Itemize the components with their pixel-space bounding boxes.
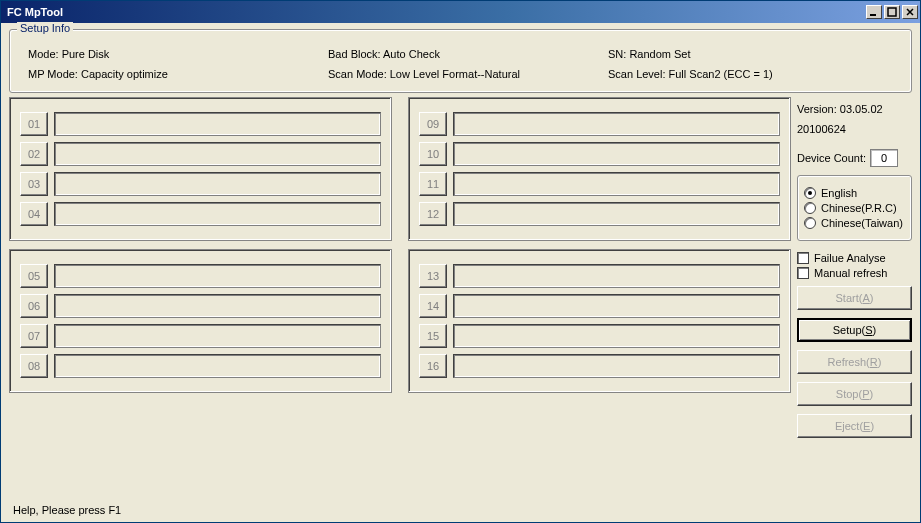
slot-field-11 [453,172,780,196]
slot-field-12 [453,202,780,226]
slot-button-04[interactable]: 04 [20,202,48,226]
refresh-button[interactable]: Refresh(R) [797,350,912,374]
slot-field-02 [54,142,381,166]
mode-label: Mode: Pure Disk [28,48,328,60]
slot-panel-4: 13 14 15 16 [408,249,791,393]
window-title: FC MpTool [5,6,864,18]
slot-field-14 [453,294,780,318]
slot-button-05[interactable]: 05 [20,264,48,288]
lang-taiwan-label: Chinese(Taiwan) [821,217,903,229]
setup-info-legend: Setup Info [17,22,73,34]
language-group: English Chinese(P.R.C) Chinese(Taiwan) [797,175,912,241]
badblock-label: Bad Block: Auto Check [328,48,608,60]
manual-refresh-checkbox[interactable]: Manual refresh [797,267,912,279]
stop-button[interactable]: Stop(P) [797,382,912,406]
slot-panel-1: 01 02 03 04 [9,97,392,241]
radio-icon [804,217,816,229]
scanlevel-label: Scan Level: Full Scan2 (ECC = 1) [608,68,893,80]
device-count-value: 0 [870,149,898,167]
lang-taiwan-radio[interactable]: Chinese(Taiwan) [804,217,905,229]
setup-button[interactable]: Setup(S) [797,318,912,342]
slot-button-08[interactable]: 08 [20,354,48,378]
scanmode-label: Scan Mode: Low Level Format--Natural [328,68,608,80]
lang-prc-radio[interactable]: Chinese(P.R.C) [804,202,905,214]
eject-button[interactable]: Eject(E) [797,414,912,438]
slot-button-10[interactable]: 10 [419,142,447,166]
slot-field-01 [54,112,381,136]
maximize-button[interactable] [884,5,900,19]
slot-button-02[interactable]: 02 [20,142,48,166]
svg-rect-0 [870,14,876,16]
slot-field-03 [54,172,381,196]
slot-button-09[interactable]: 09 [419,112,447,136]
slot-button-15[interactable]: 15 [419,324,447,348]
slot-field-06 [54,294,381,318]
slot-button-16[interactable]: 16 [419,354,447,378]
minimize-button[interactable] [866,5,882,19]
failure-analyse-label: Failue Analyse [814,252,886,264]
setup-info-group: Setup Info Mode: Pure Disk Bad Block: Au… [9,29,912,93]
slot-button-07[interactable]: 07 [20,324,48,348]
slot-button-11[interactable]: 11 [419,172,447,196]
status-bar: Help, Please press F1 [9,498,912,518]
slot-button-03[interactable]: 03 [20,172,48,196]
slot-button-01[interactable]: 01 [20,112,48,136]
slot-button-14[interactable]: 14 [419,294,447,318]
date-label: 20100624 [797,123,912,135]
checkbox-icon [797,267,809,279]
start-button[interactable]: Start(A) [797,286,912,310]
slot-field-07 [54,324,381,348]
slot-field-10 [453,142,780,166]
slot-field-13 [453,264,780,288]
device-count-label: Device Count: [797,152,866,164]
slot-field-09 [453,112,780,136]
lang-english-radio[interactable]: English [804,187,905,199]
slot-panel-2: 09 10 11 12 [408,97,791,241]
slot-field-15 [453,324,780,348]
radio-icon [804,187,816,199]
mpmode-label: MP Mode: Capacity optimize [28,68,328,80]
slot-panel-3: 05 06 07 08 [9,249,392,393]
sn-label: SN: Random Set [608,48,893,60]
slot-field-16 [453,354,780,378]
manual-refresh-label: Manual refresh [814,267,887,279]
close-button[interactable] [902,5,918,19]
slot-field-05 [54,264,381,288]
slot-field-04 [54,202,381,226]
checkbox-icon [797,252,809,264]
slot-button-13[interactable]: 13 [419,264,447,288]
failure-analyse-checkbox[interactable]: Failue Analyse [797,252,912,264]
version-label: Version: 03.05.02 [797,103,912,115]
slot-button-12[interactable]: 12 [419,202,447,226]
slot-field-08 [54,354,381,378]
lang-prc-label: Chinese(P.R.C) [821,202,897,214]
svg-rect-1 [888,8,896,16]
title-bar: FC MpTool [1,1,920,23]
slot-button-06[interactable]: 06 [20,294,48,318]
lang-english-label: English [821,187,857,199]
radio-icon [804,202,816,214]
